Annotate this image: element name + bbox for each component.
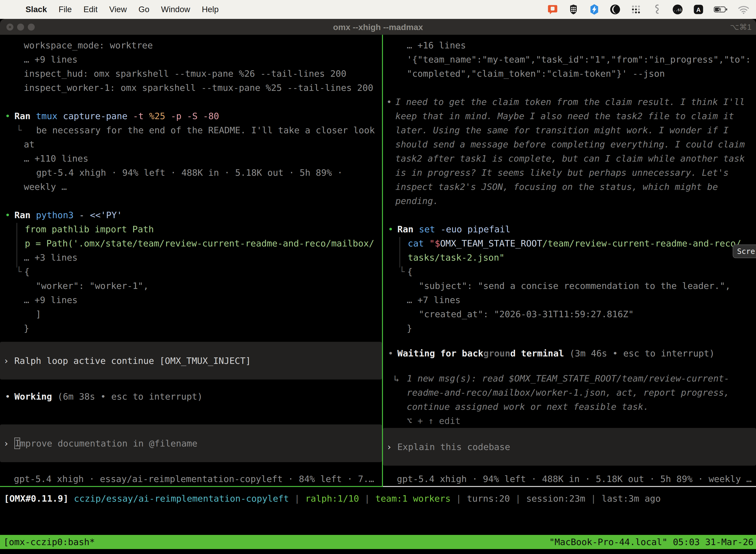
menu-window[interactable]: Window xyxy=(161,5,190,14)
chat-bubble-icon[interactable] xyxy=(547,4,558,15)
prompt-chevron: › xyxy=(3,438,9,448)
macos-menu-bar: Slack File Edit View Go Window Help ..61 xyxy=(0,0,756,19)
menu-file[interactable]: File xyxy=(59,5,72,14)
status-bullet-icon: • xyxy=(5,391,14,402)
chat-input-right[interactable]: › Explain this codebase xyxy=(383,428,756,466)
output-line: } xyxy=(0,321,382,335)
menu-edit[interactable]: Edit xyxy=(83,5,98,14)
tree-connector-line xyxy=(17,223,17,268)
inject-input-box[interactable]: › Ralph loop active continue [OMX_TMUX_I… xyxy=(0,342,382,380)
input-placeholder: mprove documentation in @filename xyxy=(20,438,197,448)
blue-bolt-badge-icon[interactable] xyxy=(589,4,600,15)
tree-connector-line xyxy=(399,237,400,268)
input-placeholder: Explain this codebase xyxy=(397,442,510,452)
command-line-cat-cont: tasks/task-2.json" xyxy=(383,251,756,265)
thinking-line: is in progress? It seems likely but perh… xyxy=(383,166,756,180)
log-line: … +16 lines xyxy=(383,38,756,52)
output-line: weekly … xyxy=(0,180,382,194)
dots-grid-icon[interactable] xyxy=(630,4,641,15)
command-line-bash: • Ran set -euo pipefail xyxy=(383,222,756,236)
pane-right-worker[interactable]: … +16 lines '{"team_name":"my-team","tas… xyxy=(383,35,756,486)
log-line: "completed","claim_token":"claim-token"}… xyxy=(383,66,756,81)
prompt-chevron: › xyxy=(3,356,9,366)
chat-input-left[interactable]: › I mprove documentation in @filename xyxy=(0,425,382,462)
bottom-black-strip xyxy=(0,549,756,554)
log-line: '{"team_name":"my-team","task_id":"1","f… xyxy=(383,52,756,66)
svg-text:..61: ..61 xyxy=(674,8,682,12)
menu-view[interactable]: View xyxy=(109,5,127,14)
thinking-bullet-icon: • xyxy=(386,97,395,107)
session-status-left: gpt-5.4 xhigh · essay/ai-reimplementatio… xyxy=(0,472,382,486)
code-line: p = Path('.omx/state/team/review-current… xyxy=(0,236,382,251)
thinking-line: later. Using the same for transition mig… xyxy=(383,123,756,137)
output-line: └ { xyxy=(0,265,382,279)
window-title: omx --xhigh --madmax xyxy=(0,19,756,35)
thinking-line: task2 after task1 is complete, but can I… xyxy=(383,151,756,166)
tmux-host-clock: "MacBook-Pro-44.local" 05:03 31-Mar-26 xyxy=(549,537,754,547)
menu-go[interactable]: Go xyxy=(138,5,149,14)
run-bullet-icon: • xyxy=(5,111,14,121)
shield-grid-icon[interactable] xyxy=(568,4,579,15)
wifi-icon[interactable] xyxy=(738,5,750,14)
code-more-line: … +3 lines xyxy=(0,251,382,265)
text-cursor: I xyxy=(14,438,20,449)
screen-capture-overlay[interactable]: Scre xyxy=(733,244,756,258)
output-line: … +110 lines xyxy=(0,151,382,166)
log-line: inspect_hud: omx sparkshell --tmux-pane … xyxy=(0,66,382,81)
thinking-line: • I need to get the claim token from the… xyxy=(383,95,756,109)
battery-icon[interactable] xyxy=(714,6,728,13)
pane-left-hud[interactable]: workspace_mode: worktree … +9 lines insp… xyxy=(0,35,382,486)
input-source-icon[interactable]: A xyxy=(693,4,704,15)
session-status-right: gpt-5.4 xhigh · 94% left · 488K in · 5.1… xyxy=(383,472,756,486)
tmux-status-bar: [omx-cczip0:bash* "MacBook-Pro-44.local"… xyxy=(0,535,756,549)
command-line-tmux: • Ran tmux capture-pane -t %25 -p -S -80 xyxy=(0,109,382,123)
thinking-line: keep that in mind. Maybe I also need the… xyxy=(383,109,756,123)
output-line: gpt-5.4 xhigh · 94% left · 488K in · 5.1… xyxy=(0,166,382,180)
code-line: from pathlib import Path xyxy=(0,222,382,236)
omx-status-line: [OMX#0.11.9] cczip/essay/ai-reimplementa… xyxy=(4,492,661,505)
omx-hud-status: [OMX#0.11.9] cczip/essay/ai-reimplementa… xyxy=(0,487,756,535)
app-menu-slack[interactable]: Slack xyxy=(25,5,47,14)
log-line: … +9 lines xyxy=(0,52,382,66)
log-line: inspect_worker-1: omx sparkshell --tmux-… xyxy=(0,81,382,95)
window-title-bar[interactable]: omx --xhigh --madmax ⌥⌘1 xyxy=(0,19,756,35)
arrow-down-right-icon: ↳ xyxy=(394,373,407,384)
output-line: at xyxy=(0,137,382,151)
thinking-line: should send a message before completing … xyxy=(383,137,756,151)
run-bullet-icon: • xyxy=(388,224,397,234)
tree-corner-glyph: └ xyxy=(399,267,405,277)
output-line: … +7 lines xyxy=(383,293,756,307)
circle-61-icon[interactable]: ..61 xyxy=(672,4,683,15)
tree-corner-glyph: └ xyxy=(16,125,22,135)
output-line: └ be necessary for the end of the README… xyxy=(0,123,382,137)
terminal-window: omx --xhigh --madmax ⌥⌘1 workspace_mode:… xyxy=(0,19,756,554)
log-line: workspace_mode: worktree xyxy=(0,38,382,52)
mailbox-notice-line: ↳ 1 new msg(s): read $OMX_TEAM_STATE_ROO… xyxy=(383,371,756,385)
output-line: "created_at": "2026-03-31T11:59:27.816Z" xyxy=(383,307,756,321)
command-line-cat: cat " $ OMX_TEAM_STATE_ROOT /team/review… xyxy=(383,236,756,251)
output-line: … +9 lines xyxy=(0,293,382,307)
thinking-line: inspect task2's JSON, focusing on the st… xyxy=(383,180,756,194)
output-line: "subject": "send a concise recommendatio… xyxy=(383,279,756,293)
tree-corner-glyph: └ xyxy=(16,267,22,277)
mailbox-notice-line: continue assigned work or next feasible … xyxy=(383,400,756,414)
window-shortcut-hint: ⌥⌘1 xyxy=(730,19,752,35)
squiggle-icon[interactable] xyxy=(651,4,662,15)
terminal-content: workspace_mode: worktree … +9 lines insp… xyxy=(0,35,756,554)
status-bullet-icon: • xyxy=(388,348,397,358)
command-line-python: • Ran python3 - <<'PY' xyxy=(0,208,382,222)
inject-input-text: Ralph loop active continue [OMX_TMUX_INJ… xyxy=(14,356,251,366)
thinking-line: pending. xyxy=(383,194,756,208)
crescent-circle-icon[interactable] xyxy=(610,4,621,15)
output-line: "worker": "worker-1", xyxy=(0,279,382,293)
output-line: ] xyxy=(0,307,382,321)
tmux-session-label: [omx-cczip0:bash* xyxy=(3,537,95,547)
working-status-line: • Working (6m 38s • esc to interrupt) xyxy=(0,389,382,403)
output-line: } xyxy=(383,321,756,335)
prompt-chevron: › xyxy=(386,442,392,452)
menu-help[interactable]: Help xyxy=(202,5,219,14)
edit-shortcut-hint: ⌥ + ↑ edit xyxy=(383,414,756,428)
svg-text:A: A xyxy=(696,6,700,13)
mailbox-notice-line: readme-and-reco/mailbox/worker-1.json, a… xyxy=(383,385,756,400)
waiting-status-line: • Waiting for back groun d terminal (3m … xyxy=(383,346,756,361)
